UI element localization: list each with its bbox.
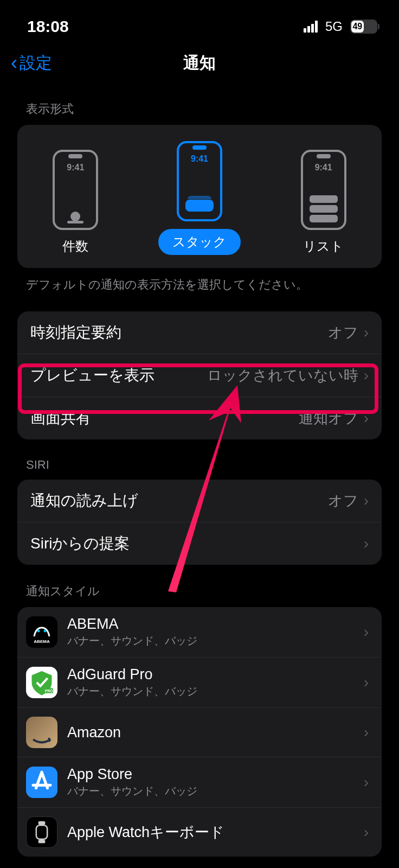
display-style-count[interactable]: 9:41 件数 xyxy=(53,150,98,255)
scheduled-summary-label: 時刻指定要約 xyxy=(30,322,121,343)
preview-value: ロックされていない時 xyxy=(207,366,358,385)
screen-share-row[interactable]: 画面共有 通知オフ › xyxy=(17,397,382,439)
svg-text:PRO: PRO xyxy=(45,689,53,693)
siri-card: 通知の読み上げ オフ › Siriからの提案 › xyxy=(17,480,382,565)
display-style-card: 9:41 件数 9:41 スタック 9:41 xyxy=(17,125,382,268)
battery-percent: 49 xyxy=(350,22,364,31)
suggestions-label: Siriからの提案 xyxy=(30,533,130,554)
back-button[interactable]: ‹ 設定 xyxy=(11,52,52,74)
app-row-amazon[interactable]: Amazon › xyxy=(17,708,382,757)
status-right: 5G 49 xyxy=(304,19,377,34)
svg-point-0 xyxy=(37,630,40,633)
app-row-appstore[interactable]: App Store バナー、サウンド、バッジ › xyxy=(17,757,382,808)
chevron-right-icon: › xyxy=(364,824,369,841)
status-bar: 18:08 5G 49 xyxy=(0,0,399,43)
announce-label: 通知の読み上げ xyxy=(30,490,138,511)
app-name: Apple Watchキーボード xyxy=(67,822,354,842)
adguard-icon: PRO xyxy=(26,667,57,698)
svg-rect-5 xyxy=(36,825,47,839)
scheduled-summary-row[interactable]: 時刻指定要約 オフ › xyxy=(17,311,382,354)
list-label: リスト xyxy=(303,238,344,255)
chevron-right-icon: › xyxy=(364,367,369,384)
battery-fill: 49 xyxy=(351,21,364,33)
page-title: 通知 xyxy=(183,52,216,74)
status-time: 18:08 xyxy=(27,17,69,36)
chevron-right-icon: › xyxy=(364,410,369,427)
style-header: 通知スタイル xyxy=(17,565,382,607)
abema-icon: ABEMA xyxy=(26,616,57,648)
preview-label: プレビューを表示 xyxy=(30,365,155,386)
chevron-right-icon: › xyxy=(364,324,369,341)
svg-rect-6 xyxy=(38,821,46,825)
stack-label: スタック xyxy=(158,229,241,255)
amazon-icon xyxy=(26,717,57,748)
signal-icon xyxy=(304,21,318,33)
nav-bar: ‹ 設定 通知 xyxy=(0,43,399,82)
svg-rect-7 xyxy=(38,840,46,843)
battery-icon: 49 xyxy=(350,20,377,34)
app-sub: バナー、サウンド、バッジ xyxy=(67,784,354,799)
chevron-right-icon: › xyxy=(364,774,369,791)
app-row-adguard[interactable]: PRO AdGuard Pro バナー、サウンド、バッジ › xyxy=(17,658,382,708)
screen-share-value: 通知オフ xyxy=(299,409,358,428)
chevron-right-icon: › xyxy=(364,623,369,641)
announce-row[interactable]: 通知の読み上げ オフ › xyxy=(17,480,382,522)
chevron-left-icon: ‹ xyxy=(11,57,17,69)
back-label: 設定 xyxy=(20,52,52,74)
display-style-footer: デフォルトの通知の表示方法を選択してください。 xyxy=(17,268,382,293)
app-row-abema[interactable]: ABEMA ABEMA バナー、サウンド、バッジ › xyxy=(17,607,382,658)
display-style-header: 表示形式 xyxy=(17,82,382,125)
app-row-watch[interactable]: Apple Watchキーボード › xyxy=(17,808,382,857)
app-name: ABEMA xyxy=(67,616,354,633)
phone-list-icon: 9:41 xyxy=(301,150,346,230)
general-card: 時刻指定要約 オフ › プレビューを表示 ロックされていない時 › 画面共有 通… xyxy=(17,311,382,439)
svg-text:ABEMA: ABEMA xyxy=(34,639,50,644)
chevron-right-icon: › xyxy=(364,724,369,741)
preview-row[interactable]: プレビューを表示 ロックされていない時 › xyxy=(17,354,382,397)
display-style-list[interactable]: 9:41 リスト xyxy=(301,150,346,255)
count-label: 件数 xyxy=(62,238,88,255)
app-name: Amazon xyxy=(67,724,354,741)
app-sub: バナー、サウンド、バッジ xyxy=(67,684,354,699)
appstore-icon xyxy=(26,767,57,798)
app-name: App Store xyxy=(67,766,354,783)
suggestions-row[interactable]: Siriからの提案 › xyxy=(17,522,382,565)
chevron-right-icon: › xyxy=(364,535,369,552)
siri-header: SIRI xyxy=(17,439,382,480)
scheduled-summary-value: オフ xyxy=(328,323,358,342)
style-card: ABEMA ABEMA バナー、サウンド、バッジ › PRO AdGuard P… xyxy=(17,607,382,857)
app-sub: バナー、サウンド、バッジ xyxy=(67,634,354,648)
watch-icon xyxy=(26,816,57,848)
phone-count-icon: 9:41 xyxy=(53,150,98,230)
display-style-stack[interactable]: 9:41 スタック xyxy=(158,141,241,255)
phone-stack-icon: 9:41 xyxy=(177,141,222,221)
announce-value: オフ xyxy=(328,491,358,510)
chevron-right-icon: › xyxy=(364,492,369,509)
screen-share-label: 画面共有 xyxy=(30,408,91,429)
network-label: 5G xyxy=(325,19,343,34)
app-name: AdGuard Pro xyxy=(67,666,354,683)
svg-point-1 xyxy=(44,630,47,633)
chevron-right-icon: › xyxy=(364,674,369,691)
